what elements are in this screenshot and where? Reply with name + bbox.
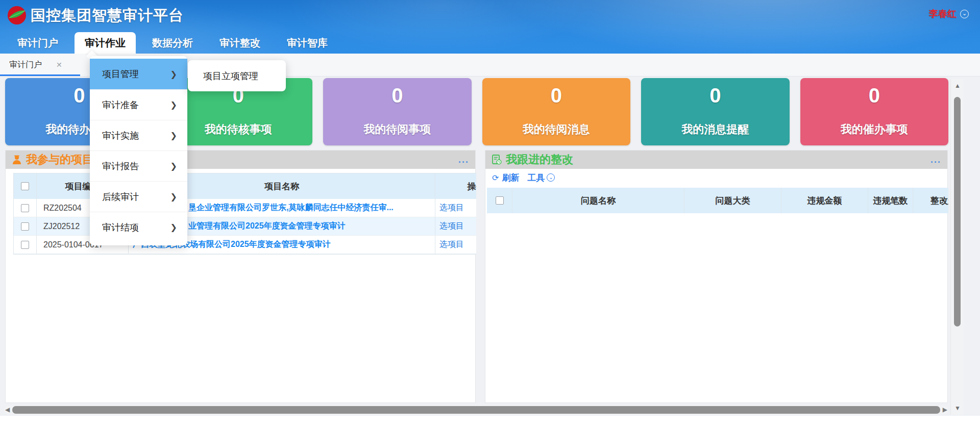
checkbox-cell bbox=[14, 217, 37, 235]
bottom-strip bbox=[0, 416, 980, 428]
action-cell: 选项目 bbox=[435, 217, 476, 235]
column-header: 问题名称 bbox=[512, 188, 684, 213]
nav-item-5[interactable]: 审计智库 bbox=[277, 32, 338, 54]
project-name-link[interactable]: 垦企业管理有限公司罗世东,莫咏麟同志任中经济责任审... bbox=[188, 203, 394, 213]
checkbox-cell bbox=[14, 173, 37, 199]
tools-label[interactable]: 工具 bbox=[527, 172, 545, 184]
stat-card-value: 0 bbox=[391, 83, 403, 108]
menu-item-5[interactable]: 后续审计❯ bbox=[90, 181, 187, 212]
worker-icon bbox=[12, 155, 22, 165]
nav-item-2[interactable]: 审计作业 bbox=[75, 32, 136, 54]
page-title: 国控集团智慧审计平台 bbox=[31, 5, 184, 26]
my-rectifications-more-button[interactable]: ... bbox=[930, 157, 941, 162]
menu-item-label: 审计实施 bbox=[102, 130, 139, 142]
menu-item-3[interactable]: 审计实施❯ bbox=[90, 120, 187, 150]
stat-card-label: 我的待阅消息 bbox=[523, 122, 590, 137]
tab-label[interactable]: 审计门户 bbox=[9, 60, 42, 70]
rectify-table: 问题名称问题大类违规金额违规笔数整改超 bbox=[487, 188, 948, 213]
submenu-item-1[interactable]: 项目立项管理 bbox=[188, 60, 286, 91]
menu-item-2[interactable]: 审计准备❯ bbox=[90, 89, 187, 120]
active-tab-underline bbox=[0, 74, 80, 76]
stat-card-label: 我的催办事项 bbox=[841, 122, 908, 137]
action-cell: 选项目 bbox=[435, 199, 476, 217]
menu-item-label: 审计报告 bbox=[102, 160, 139, 172]
refresh-icon[interactable]: ⟳ bbox=[492, 173, 499, 183]
nav-item-1[interactable]: 审计门户 bbox=[7, 32, 68, 54]
tab-audit-portal[interactable]: 审计门户 ✕ bbox=[0, 54, 80, 76]
column-header: 违规笔数 bbox=[868, 188, 913, 213]
chevron-right-icon: ❯ bbox=[170, 69, 177, 79]
stat-card-4[interactable]: 0我的待阅消息 bbox=[482, 78, 631, 145]
stat-card-label: 我的待核事项 bbox=[205, 122, 272, 137]
horizontal-scrollbar-thumb[interactable] bbox=[12, 406, 940, 414]
row-checkbox[interactable] bbox=[21, 222, 29, 231]
stat-card-value: 0 bbox=[551, 83, 562, 108]
user-name[interactable]: 李春红 bbox=[929, 8, 957, 20]
menu-item-4[interactable]: 审计报告❯ bbox=[90, 150, 187, 181]
stat-card-value: 0 bbox=[709, 83, 721, 108]
select-all-checkbox[interactable] bbox=[496, 196, 504, 205]
rectify-table-header: 问题名称问题大类违规金额违规笔数整改超 bbox=[487, 188, 948, 213]
scroll-down-arrow-icon[interactable]: ▼ bbox=[951, 405, 964, 412]
user-chevron-down-icon[interactable]: ⌄ bbox=[960, 10, 969, 18]
table-row: RZ202504垦企业管理有限公司罗世东,莫咏麟同志任中经济责任审...选项目 bbox=[14, 199, 476, 217]
column-header: 操作 bbox=[435, 173, 476, 199]
chevron-right-icon: ❯ bbox=[170, 131, 177, 140]
nav-item-4[interactable]: 审计整改 bbox=[209, 32, 271, 54]
checkbox-cell bbox=[14, 199, 37, 217]
action-cell: 选项目 bbox=[435, 236, 476, 254]
table-header-row: 项目编号项目名称操作 bbox=[14, 173, 476, 199]
rectify-toolbar: ⟳ 刷新 工具 ⌄ bbox=[492, 171, 555, 184]
tools-button[interactable]: 工具 ⌄ bbox=[527, 172, 555, 184]
row-checkbox[interactable] bbox=[21, 241, 29, 249]
my-projects-more-button[interactable]: ... bbox=[458, 157, 469, 162]
user-menu[interactable]: 李春红 ⌄ bbox=[929, 8, 969, 20]
projects-table-body: RZ202504垦企业管理有限公司罗世东,莫咏麟同志任中经济责任审...选项目Z… bbox=[14, 199, 476, 254]
stat-card-6[interactable]: 0我的催办事项 bbox=[800, 78, 949, 145]
project-name-link[interactable]: 业管理有限公司2025年度资金管理专项审计 bbox=[188, 221, 346, 232]
menu-item-1[interactable]: 项目管理❯ bbox=[90, 59, 187, 89]
nav-item-3[interactable]: 数据分析 bbox=[142, 32, 203, 54]
select-project-link[interactable]: 选项目 bbox=[439, 221, 464, 232]
select-project-link[interactable]: 选项目 bbox=[439, 239, 464, 250]
chevron-right-icon: ❯ bbox=[170, 161, 177, 171]
chevron-right-icon: ❯ bbox=[170, 192, 177, 202]
select-all-checkbox[interactable] bbox=[21, 182, 29, 190]
checkbox-cell bbox=[14, 236, 37, 254]
tools-chevron-down-icon[interactable]: ⌄ bbox=[547, 173, 555, 182]
table-row: 2025-0104-0617广西农垦龙北农场有限公司2025年度资金管理专项审计… bbox=[14, 236, 476, 254]
tab-close-icon[interactable]: ✕ bbox=[56, 61, 62, 69]
select-project-link[interactable]: 选项目 bbox=[439, 203, 464, 213]
row-checkbox[interactable] bbox=[21, 204, 29, 212]
company-logo-icon bbox=[7, 6, 27, 25]
project-management-submenu: 项目立项管理 bbox=[188, 60, 286, 91]
scroll-right-arrow-icon[interactable]: ▶ bbox=[943, 406, 947, 414]
menu-item-label: 项目管理 bbox=[102, 68, 139, 80]
my-projects-panel-header: 我参与的项目 ... bbox=[6, 150, 475, 169]
my-rectifications-panel-header: 我跟进的整改 ... bbox=[485, 150, 947, 169]
vertical-scrollbar-thumb[interactable] bbox=[954, 97, 961, 326]
horizontal-scrollbar[interactable]: ◀ ▶ bbox=[4, 406, 948, 414]
menu-item-label: 审计结项 bbox=[102, 221, 139, 234]
scroll-up-arrow-icon[interactable]: ▲ bbox=[951, 82, 964, 89]
menu-item-label: 后续审计 bbox=[102, 191, 139, 203]
checkbox-cell bbox=[487, 188, 512, 213]
my-rectifications-panel: 我跟进的整改 ... ⟳ 刷新 工具 ⌄ 问题名称问题大类违规金额违规笔数整改超 bbox=[485, 150, 948, 403]
app-header: 国控集团智慧审计平台 李春红 ⌄ 审计门户审计作业数据分析审计整改审计智库 bbox=[0, 0, 980, 54]
column-header: 整改超 bbox=[913, 188, 948, 213]
stat-card-3[interactable]: 0我的待阅事项 bbox=[323, 78, 472, 145]
column-header: 问题大类 bbox=[684, 188, 781, 213]
scroll-left-arrow-icon[interactable]: ◀ bbox=[5, 406, 10, 414]
audit-work-dropdown-menu: 项目管理❯审计准备❯审计实施❯审计报告❯后续审计❯审计结项❯ bbox=[90, 56, 187, 245]
my-rectifications-title: 我跟进的整改 bbox=[506, 152, 573, 167]
vertical-scrollbar[interactable]: ▲ ▼ bbox=[950, 79, 964, 415]
stat-card-5[interactable]: 0我的消息提醒 bbox=[641, 78, 790, 145]
main-nav: 审计门户审计作业数据分析审计整改审计智库 bbox=[7, 32, 344, 54]
stat-card-value: 0 bbox=[74, 83, 85, 108]
table-row: ZJ202512业管理有限公司2025年度资金管理专项审计选项目 bbox=[14, 217, 476, 236]
chevron-right-icon: ❯ bbox=[170, 222, 177, 232]
refresh-button[interactable]: 刷新 bbox=[502, 172, 519, 184]
projects-table-header: 项目编号项目名称操作 bbox=[14, 173, 476, 199]
chevron-right-icon: ❯ bbox=[170, 100, 177, 110]
menu-item-6[interactable]: 审计结项❯ bbox=[90, 212, 187, 242]
